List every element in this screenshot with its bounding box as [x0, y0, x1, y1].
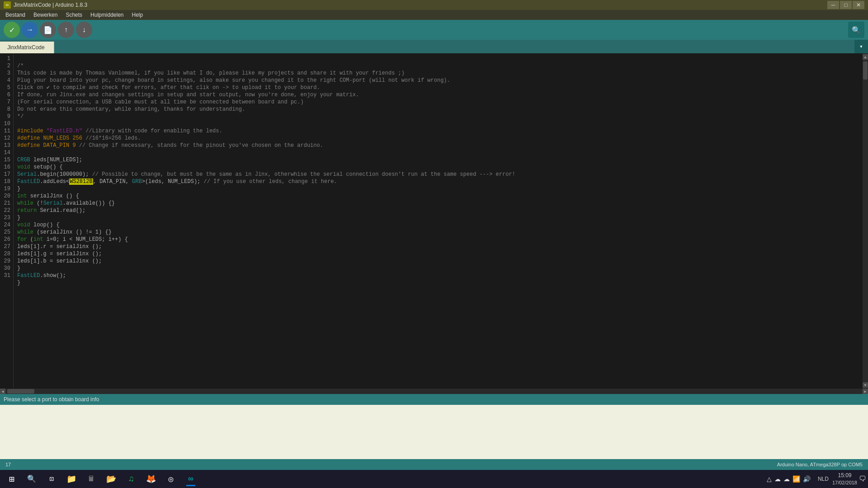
start-button[interactable]: ⊞: [2, 471, 22, 487]
line-num: 17: [3, 171, 10, 178]
maximize-button[interactable]: □: [840, 1, 852, 9]
scroll-down-arrow[interactable]: ▼: [863, 382, 868, 388]
save-icon: ↓: [82, 26, 86, 34]
line-num: 11: [3, 127, 10, 135]
line-num: 16: [3, 164, 10, 171]
line-num: 13: [3, 142, 10, 149]
files-icon: 📂: [106, 474, 116, 484]
close-button[interactable]: ✕: [853, 1, 864, 9]
task-view-icon: ⊡: [49, 474, 54, 483]
line-numbers: 1 2 3 4 5 6 7 8 9 10 11 12 13 14 15 16 1…: [0, 53, 14, 389]
line-num: 24: [3, 221, 10, 229]
line-num: 20: [3, 192, 10, 200]
line-num: 10: [3, 120, 10, 127]
code-editor[interactable]: /* This code is made by Thomas Vanlommel…: [14, 53, 863, 389]
spotify-icon: ♫: [129, 474, 134, 483]
chrome-icon: ◎: [169, 474, 174, 484]
menu-bewerken[interactable]: Bewerken: [30, 11, 61, 19]
arduino-icon: ∞: [189, 474, 193, 483]
editor-wrapper: 1 2 3 4 5 6 7 8 9 10 11 12 13 14 15 16 1…: [0, 53, 868, 394]
window-title: JinxMatrixCode | Arduino 1.8.3: [14, 2, 87, 8]
line-num: 23: [3, 214, 10, 221]
taskbar-chrome[interactable]: ◎: [161, 471, 181, 487]
taskbar-firefox[interactable]: 🦊: [141, 471, 161, 487]
line-num: 30: [3, 265, 10, 272]
menu-help[interactable]: Help: [128, 11, 147, 19]
menu-bar: Bestand Bewerken Schets Hulpmiddelen Hel…: [0, 10, 868, 20]
calculator-icon: 🖩: [88, 475, 95, 483]
hidden-icons[interactable]: △: [767, 475, 772, 483]
taskbar-file-explorer[interactable]: 📁: [61, 471, 81, 487]
clock[interactable]: 15:09 17/02/2018: [832, 472, 857, 486]
taskbar-right: △ ☁ ☁ 📶 🔊 NLD 15:09 17/02/2018 🗨: [763, 472, 866, 486]
language-indicator[interactable]: NLD: [816, 476, 830, 482]
firefox-icon: 🦊: [146, 474, 156, 484]
tab-bar: JinxMatrixCode ▾: [0, 40, 868, 53]
line-num: 1: [3, 55, 10, 62]
scroll-right-arrow[interactable]: ▶: [863, 389, 868, 394]
verify-button[interactable]: ✓: [4, 22, 20, 38]
output-area: [0, 405, 868, 459]
board-info: Arduino Nano, ATmega328P op COM5: [777, 462, 863, 467]
scroll-left-arrow[interactable]: ◀: [0, 389, 5, 394]
title-bar: ∞ JinxMatrixCode | Arduino 1.8.3 ─ □ ✕: [0, 0, 868, 10]
line-num: 9: [3, 113, 10, 120]
scroll-up-arrow[interactable]: ▲: [863, 54, 868, 60]
window-controls: ─ □ ✕: [827, 1, 864, 9]
status-bar: Please select a port to obtain board inf…: [0, 394, 868, 405]
taskbar: ⊞ 🔍 ⊡ 📁 🖩 📂 ♫ 🦊 ◎ ∞ △ ☁ ☁ 📶 🔊 NLD 15:09: [0, 470, 868, 488]
status-message: Please select a port to obtain board inf…: [4, 396, 99, 403]
minimize-button[interactable]: ─: [827, 1, 839, 9]
app-icon: ∞: [4, 1, 11, 9]
line-num: 19: [3, 185, 10, 192]
line-num: 31: [3, 272, 10, 279]
serial-monitor-button[interactable]: 🔍: [848, 22, 864, 38]
tab-dropdown[interactable]: ▾: [854, 40, 868, 53]
volume-icon[interactable]: 🔊: [803, 475, 811, 483]
bottom-status: 17 Arduino Nano, ATmega328P op COM5: [0, 459, 868, 470]
open-icon: ↑: [64, 26, 68, 34]
taskbar-task-view[interactable]: ⊡: [42, 471, 61, 487]
new-icon: 📄: [43, 26, 52, 34]
line-num: 18: [3, 178, 10, 185]
notification-icon[interactable]: 🗨: [859, 475, 866, 483]
open-button[interactable]: ↑: [58, 22, 74, 38]
line-num: 21: [3, 200, 10, 207]
taskbar-search[interactable]: 🔍: [22, 471, 42, 487]
time-display: 15:09: [838, 472, 851, 479]
network-icon[interactable]: 📶: [793, 475, 800, 483]
line-num: 12: [3, 135, 10, 142]
tab-jinxmatrixcode[interactable]: JinxMatrixCode: [0, 42, 54, 53]
line-num: 5: [3, 84, 10, 91]
serial-monitor-icon: 🔍: [852, 26, 861, 34]
line-num: 3: [3, 70, 10, 77]
upload-button[interactable]: →: [22, 22, 38, 38]
taskbar-arduino[interactable]: ∞: [181, 471, 201, 487]
line-num: 26: [3, 236, 10, 243]
new-button[interactable]: 📄: [40, 22, 56, 38]
toolbar: ✓ → 📄 ↑ ↓ 🔍: [0, 20, 868, 40]
taskbar-files[interactable]: 📂: [101, 471, 121, 487]
taskbar-spotify[interactable]: ♫: [121, 471, 141, 487]
line-num: 28: [3, 250, 10, 258]
title-bar-left: ∞ JinxMatrixCode | Arduino 1.8.3: [4, 1, 87, 9]
line-num: 25: [3, 229, 10, 236]
vertical-scrollbar[interactable]: ▲ ▼: [863, 53, 868, 389]
cloud-icon[interactable]: ☁: [783, 475, 790, 483]
date-display: 17/02/2018: [832, 479, 857, 486]
save-button[interactable]: ↓: [76, 22, 92, 38]
menu-hulpmiddelen[interactable]: Hulpmiddelen: [87, 11, 127, 19]
menu-schets[interactable]: Schets: [62, 11, 86, 19]
toolbar-left: ✓ → 📄 ↑ ↓: [4, 22, 92, 38]
menu-bestand[interactable]: Bestand: [2, 11, 29, 19]
verify-icon: ✓: [9, 26, 15, 34]
line-num: 22: [3, 207, 10, 214]
line-num: 29: [3, 258, 10, 265]
hscroll-thumb[interactable]: [7, 389, 34, 394]
dropbox-icon[interactable]: ☁: [774, 475, 781, 483]
taskbar-calculator[interactable]: 🖩: [81, 471, 101, 487]
file-explorer-icon: 📁: [66, 474, 76, 484]
line-num: 4: [3, 77, 10, 84]
scroll-thumb[interactable]: [863, 61, 868, 80]
horizontal-scrollbar[interactable]: ◀ ▶: [0, 389, 868, 394]
